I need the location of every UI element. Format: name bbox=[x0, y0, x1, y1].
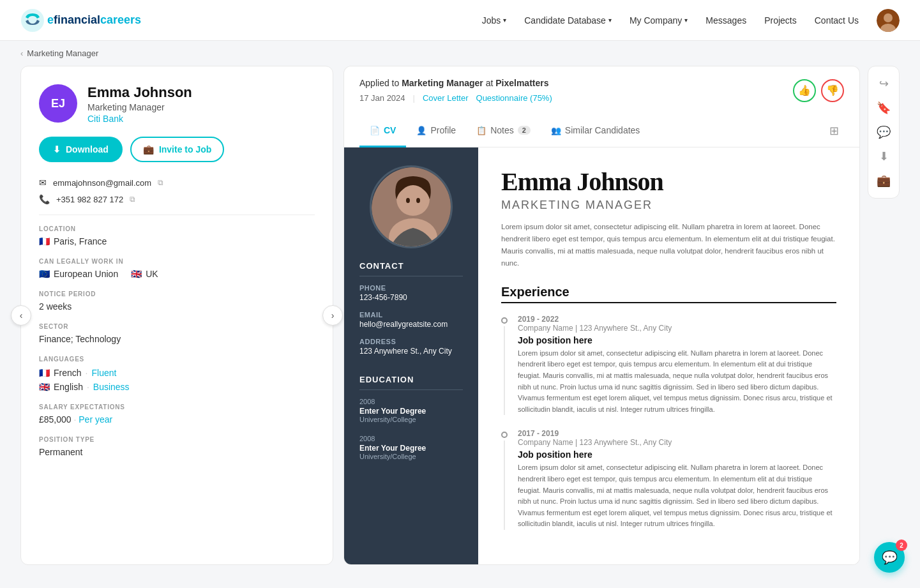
cv-exp-position-1: Job position here bbox=[518, 449, 836, 460]
tab-similar[interactable]: 👥 Similar Candidates bbox=[541, 115, 651, 147]
work-right-eu: 🇪🇺 European Union bbox=[39, 269, 118, 279]
chat-icon: 💬 bbox=[882, 550, 898, 565]
uk-flag-icon: 🇬🇧 bbox=[131, 269, 142, 279]
cv-address-item: Address 123 Anywhere St., Any City bbox=[359, 338, 463, 356]
grid-view-button[interactable]: ⊞ bbox=[824, 119, 844, 143]
copy-email-icon[interactable]: ⧉ bbox=[158, 178, 163, 187]
cv-phone-label: Phone bbox=[359, 284, 463, 292]
chevron-down-icon: ▾ bbox=[503, 17, 506, 24]
sector-value: Finance; Technology bbox=[39, 334, 315, 344]
download-icon-sidebar[interactable]: ⬇ bbox=[879, 149, 889, 163]
candidate-title: Marketing Manager bbox=[87, 102, 192, 112]
work-rights-label: CAN LEGALLY WORK IN bbox=[39, 258, 315, 265]
action-buttons: ⬇ Download 💼 Invite to Job bbox=[39, 137, 315, 162]
right-sidebar-icons: ↩ 🔖 💬 ⬇ 💼 bbox=[868, 66, 900, 199]
svg-point-0 bbox=[21, 9, 44, 32]
download-button[interactable]: ⬇ Download bbox=[39, 137, 123, 162]
svg-point-7 bbox=[399, 185, 427, 213]
chat-badge: 2 bbox=[896, 539, 907, 551]
right-area: Applied to Marketing Manager at Pixelmat… bbox=[343, 66, 900, 565]
nav-contact-us[interactable]: Contact Us bbox=[815, 15, 859, 26]
cv-experience-section: Experience 2019 - 2022 Company Name | 12… bbox=[501, 285, 836, 530]
download-icon: ⬇ bbox=[53, 144, 61, 155]
questionnaire-link[interactable]: Questionnaire (75%) bbox=[476, 93, 552, 103]
eu-flag-icon: 🇪🇺 bbox=[39, 269, 50, 279]
phone-row: 📞 +351 982 827 172 ⧉ bbox=[39, 194, 315, 204]
copy-phone-icon[interactable]: ⧉ bbox=[130, 195, 135, 204]
phone-icon: 📞 bbox=[39, 194, 50, 204]
main-content: ‹ EJ Emma Johnson Marketing Manager Citi… bbox=[0, 66, 920, 585]
languages-label: LANGUAGES bbox=[39, 356, 315, 363]
cv-exp-dot-col-1 bbox=[501, 429, 508, 530]
bookmark-icon[interactable]: 🔖 bbox=[877, 101, 891, 115]
cv-education-section: Education 2008 Enter Your Degree Univers… bbox=[344, 375, 478, 482]
position-label: POSITION TYPE bbox=[39, 436, 315, 443]
english-level: Business bbox=[93, 382, 130, 392]
cv-exp-company-1: Company Name | 123 Anywhere St., Any Cit… bbox=[518, 438, 836, 447]
cv-exp-item-1: 2017 - 2019 Company Name | 123 Anywhere … bbox=[501, 429, 836, 530]
salary-value: £85,000 · Per year bbox=[39, 414, 315, 425]
cv-contact-title: Contact bbox=[359, 261, 463, 276]
candidate-company: Citi Bank bbox=[87, 114, 192, 124]
nav-messages[interactable]: Messages bbox=[705, 15, 746, 26]
tabs-bar: 📄 CV 👤 Profile 📋 Notes 2 👥 Similar Candi… bbox=[343, 114, 860, 147]
share-icon[interactable]: ↩ bbox=[879, 77, 889, 91]
comment-icon[interactable]: 💬 bbox=[877, 125, 891, 139]
salary-label: SALARY EXPECTATIONS bbox=[39, 403, 315, 411]
cv-edu-item-0: 2008 Enter Your Degree University/Colleg… bbox=[359, 398, 463, 423]
avatar: EJ bbox=[39, 84, 77, 123]
invite-to-job-button[interactable]: 💼 Invite to Job bbox=[130, 137, 224, 162]
email-icon: ✉ bbox=[39, 177, 47, 188]
cover-letter-link[interactable]: Cover Letter bbox=[423, 93, 469, 103]
cv-left-sidebar: Contact Phone 123-456-7890 Email hello@r… bbox=[344, 147, 478, 564]
cv-right-content: Emma Johnson Marketing Manager Lorem ips… bbox=[478, 147, 859, 564]
phone-number: +351 982 827 172 bbox=[56, 195, 123, 204]
briefcase-icon-sidebar[interactable]: 💼 bbox=[877, 174, 891, 188]
cv-edu-year-1: 2008 bbox=[359, 435, 463, 442]
breadcrumb-link[interactable]: Marketing Manager bbox=[27, 49, 98, 58]
tab-profile[interactable]: 👤 Profile bbox=[406, 115, 466, 147]
cv-email-item: Email hello@reallygreatsite.com bbox=[359, 311, 463, 329]
nav-arrow-left[interactable]: ‹ bbox=[11, 305, 31, 326]
application-info: Applied to Marketing Manager at Pixelmat… bbox=[359, 78, 552, 103]
chat-bubble[interactable]: 💬 2 bbox=[874, 542, 905, 573]
similar-icon: 👥 bbox=[551, 126, 561, 135]
nav-candidate-database[interactable]: Candidate Database ▾ bbox=[524, 15, 612, 26]
nav-my-company[interactable]: My Company ▾ bbox=[630, 15, 688, 26]
notes-badge: 2 bbox=[518, 126, 531, 135]
nav-arrow-right[interactable]: › bbox=[322, 305, 343, 326]
cv-photo bbox=[370, 165, 453, 248]
cv-edu-degree-1: Enter Your Degree bbox=[359, 444, 463, 453]
chevron-down-icon: ▾ bbox=[608, 17, 612, 24]
cv-exp-dates-0: 2019 - 2022 bbox=[518, 315, 836, 324]
cv-exp-content-0: 2019 - 2022 Company Name | 123 Anywhere … bbox=[518, 315, 836, 416]
main-nav: Jobs ▾ Candidate Database ▾ My Company ▾… bbox=[482, 9, 900, 32]
cv-candidate-name: Emma Johnson bbox=[501, 168, 836, 196]
logo[interactable]: efinancialcareers bbox=[20, 8, 141, 33]
breadcrumb-arrow: ‹ bbox=[20, 49, 23, 58]
chevron-down-icon: ▾ bbox=[684, 17, 688, 24]
cv-doc-icon: 📄 bbox=[370, 126, 380, 135]
logo-text: efinancialcareers bbox=[47, 13, 141, 27]
cv-edu-school-0: University/College bbox=[359, 416, 463, 423]
nav-projects[interactable]: Projects bbox=[764, 15, 797, 26]
cv-exp-dates-1: 2017 - 2019 bbox=[518, 429, 836, 438]
center-panel: Applied to Marketing Manager at Pixelmat… bbox=[343, 66, 860, 565]
email-address: emmajohnson@gmail.com bbox=[53, 178, 151, 188]
france-flag-icon: 🇫🇷 bbox=[39, 236, 50, 246]
user-avatar[interactable] bbox=[877, 9, 900, 32]
profile-icon: 👤 bbox=[416, 126, 426, 135]
application-title: Applied to Marketing Manager at Pixelmat… bbox=[359, 78, 552, 88]
svg-point-2 bbox=[884, 13, 893, 22]
sector-label: SECTOR bbox=[39, 323, 315, 330]
cv-exp-company-0: Company Name | 123 Anywhere St., Any Cit… bbox=[518, 324, 836, 333]
thumbs-down-button[interactable]: 👎 bbox=[821, 79, 844, 102]
french-flag-icon: 🇫🇷 bbox=[39, 368, 50, 378]
location-label: LOCATION bbox=[39, 225, 315, 232]
tab-cv[interactable]: 📄 CV bbox=[359, 115, 406, 147]
work-rights-section: CAN LEGALLY WORK IN 🇪🇺 European Union 🇬🇧… bbox=[39, 258, 315, 279]
thumbs-up-button[interactable]: 👍 bbox=[793, 79, 816, 102]
application-date: 17 Jan 2024 bbox=[359, 93, 405, 103]
nav-jobs[interactable]: Jobs ▾ bbox=[482, 15, 507, 26]
tab-notes[interactable]: 📋 Notes 2 bbox=[466, 115, 541, 147]
